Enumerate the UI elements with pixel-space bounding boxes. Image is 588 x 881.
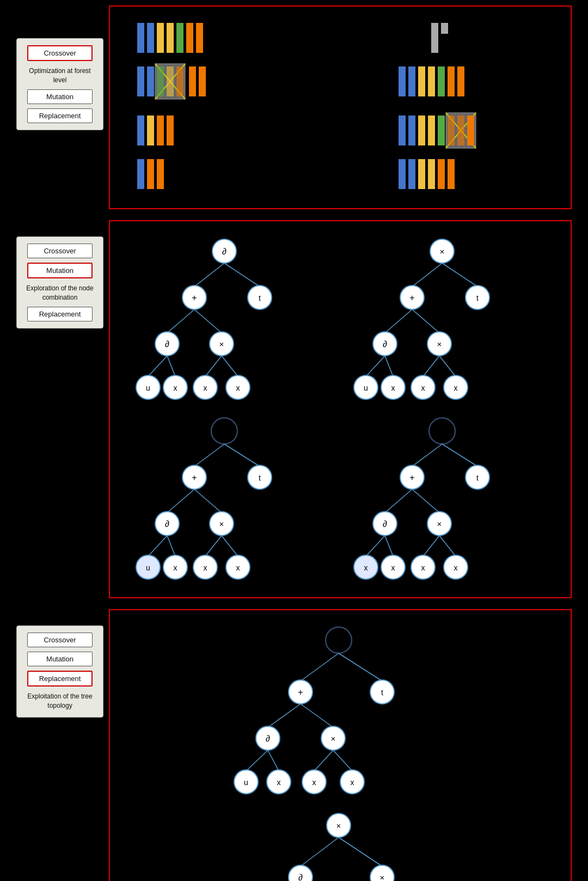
svg-text:×: ×	[437, 339, 442, 349]
svg-rect-3	[167, 23, 174, 53]
svg-line-104	[224, 444, 260, 466]
section1-forest: Crossover Optimization at forest level M…	[0, 0, 588, 215]
svg-text:x: x	[174, 384, 177, 392]
svg-text:×: ×	[380, 873, 385, 881]
svg-line-90	[366, 356, 385, 376]
svg-text:x: x	[313, 778, 316, 787]
replacement-tree-after: × ∂ × u x −2 x	[115, 806, 562, 881]
svg-line-140	[366, 536, 385, 556]
svg-line-135	[412, 489, 439, 513]
svg-line-168	[333, 750, 352, 771]
svg-text:x: x	[364, 563, 368, 572]
svg-text:u: u	[146, 563, 150, 572]
svg-rect-17	[137, 116, 144, 145]
svg-rect-5	[186, 23, 193, 53]
svg-text:x: x	[351, 778, 354, 787]
svg-text:+: +	[192, 473, 197, 482]
crossover-button-3[interactable]: Crossover	[27, 633, 93, 647]
svg-line-110	[194, 489, 222, 513]
svg-rect-32	[457, 66, 464, 96]
svg-line-116	[167, 536, 175, 556]
mutation-button-3[interactable]: Mutation	[27, 652, 93, 666]
svg-text:∂: ∂	[165, 519, 169, 528]
svg-rect-23	[157, 159, 164, 189]
svg-line-142	[423, 536, 439, 556]
svg-line-109	[167, 489, 194, 513]
svg-line-92	[423, 356, 439, 376]
svg-text:x: x	[454, 384, 458, 392]
svg-rect-12	[157, 66, 164, 96]
svg-text:×: ×	[219, 519, 224, 528]
svg-text:+: +	[298, 688, 303, 697]
replacement-button-3[interactable]: Replacement	[27, 671, 93, 686]
replacement-button-2[interactable]: Replacement	[27, 307, 93, 321]
svg-rect-47	[428, 159, 435, 189]
svg-text:×: ×	[437, 519, 442, 528]
replacement-button-1[interactable]: Replacement	[27, 108, 93, 123]
svg-rect-6	[196, 23, 203, 53]
svg-text:×: ×	[336, 821, 341, 830]
svg-text:x: x	[174, 563, 177, 572]
svg-line-67	[222, 356, 238, 376]
svg-line-103	[194, 444, 224, 466]
svg-rect-14	[176, 66, 183, 96]
svg-rect-29	[428, 66, 435, 96]
svg-rect-35	[418, 116, 425, 145]
svg-text:×: ×	[440, 247, 445, 256]
section1-sidebar: Crossover Optimization at forest level M…	[16, 38, 103, 130]
svg-text:+: +	[409, 293, 414, 302]
svg-rect-49	[448, 159, 455, 189]
svg-rect-13	[167, 66, 174, 96]
svg-text:∂: ∂	[383, 339, 387, 349]
svg-rect-27	[408, 66, 415, 96]
svg-rect-2	[157, 23, 164, 53]
section2-tree: Crossover Mutation Exploration of the no…	[0, 215, 588, 604]
svg-text:x: x	[391, 384, 395, 392]
svg-text:x: x	[391, 563, 395, 572]
section1-panel	[109, 5, 572, 209]
svg-text:u: u	[244, 778, 248, 787]
svg-rect-36	[428, 116, 435, 145]
svg-rect-21	[137, 159, 144, 189]
svg-line-165	[246, 750, 268, 771]
svg-line-64	[148, 356, 167, 376]
svg-point-102	[211, 418, 237, 444]
svg-rect-1	[147, 23, 154, 53]
svg-rect-48	[438, 159, 445, 189]
svg-line-129	[442, 444, 477, 466]
crossover-button-2[interactable]: Crossover	[27, 244, 93, 258]
chromosome-svg	[110, 7, 556, 208]
svg-rect-30	[438, 66, 445, 96]
svg-line-143	[439, 536, 456, 556]
svg-line-153	[301, 653, 339, 681]
svg-line-59	[194, 309, 222, 333]
svg-text:∂: ∂	[266, 734, 270, 743]
svg-text:x: x	[454, 563, 458, 572]
svg-line-179	[301, 837, 339, 866]
svg-line-167	[314, 750, 333, 771]
svg-text:x: x	[236, 384, 240, 392]
replacement-tree-before: + t ∂ × u x x x	[115, 621, 562, 801]
svg-line-128	[412, 444, 442, 466]
svg-rect-33	[399, 116, 406, 145]
section2-panel: ∂ + t ∂ × u x x x	[109, 220, 572, 598]
svg-line-58	[167, 309, 194, 333]
svg-text:t: t	[259, 473, 261, 482]
svg-line-154	[339, 653, 382, 681]
section3-desc: Exploitation of the tree topology	[22, 692, 97, 710]
svg-line-66	[205, 356, 222, 376]
svg-line-91	[385, 356, 393, 376]
mutation-button-2[interactable]: Mutation	[27, 263, 93, 278]
svg-rect-20	[167, 116, 174, 145]
svg-line-118	[222, 536, 238, 556]
mutation-trees-before: ∂ + t ∂ × u x x x	[115, 232, 562, 406]
mutation-button-1[interactable]: Mutation	[27, 89, 93, 104]
svg-line-79	[442, 263, 477, 287]
svg-line-65	[167, 356, 175, 376]
crossover-button-1[interactable]: Crossover	[27, 45, 93, 61]
svg-rect-46	[418, 159, 425, 189]
mutation-trees-after: + t ∂ × u x x x	[115, 412, 562, 586]
svg-text:t: t	[476, 473, 479, 482]
svg-rect-22	[147, 159, 154, 189]
svg-rect-24	[431, 23, 438, 53]
